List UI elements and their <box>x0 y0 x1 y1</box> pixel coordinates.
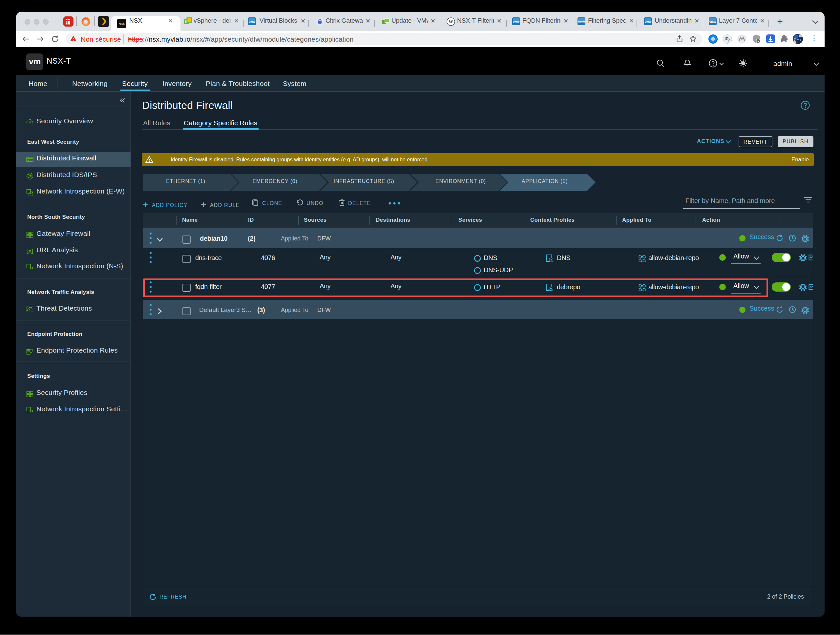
svg-text:vmw: vmw <box>578 20 585 24</box>
svg-text:Renoy: Renoy <box>794 38 801 41</box>
svg-text:vmw: vmw <box>645 20 652 24</box>
svg-text:vmw: vmw <box>513 20 520 24</box>
svg-text:NSX: NSX <box>119 22 125 25</box>
svg-text:vmw: vmw <box>709 20 716 24</box>
svg-text:vmw: vmw <box>249 20 256 24</box>
svg-text:W: W <box>448 19 453 24</box>
